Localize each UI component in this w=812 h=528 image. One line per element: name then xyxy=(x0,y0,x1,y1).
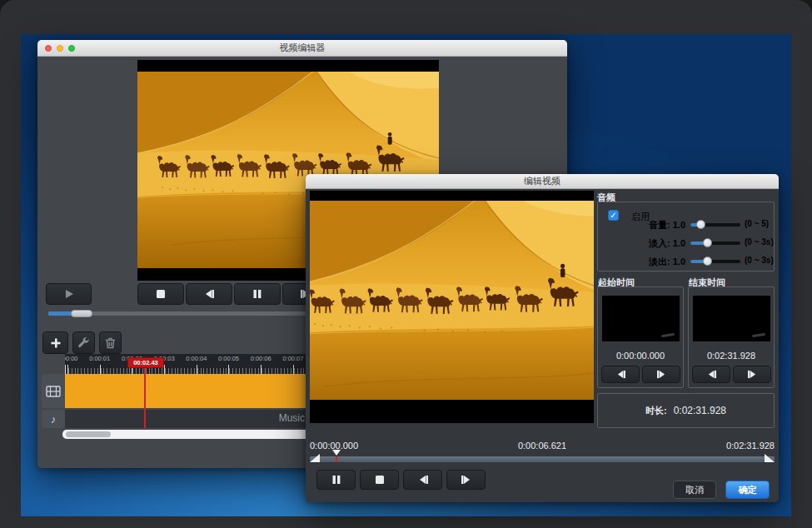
playhead-line[interactable] xyxy=(144,368,146,428)
pause-button[interactable] xyxy=(234,283,281,305)
editor-window-title: 视频编辑器 xyxy=(280,42,326,54)
trim-end-time: 0:02:31.928 xyxy=(726,441,775,451)
dialog-titlebar[interactable]: 编辑视频 xyxy=(306,174,779,189)
step-forward-icon xyxy=(461,475,472,485)
ruler-label: 0:00:06 xyxy=(245,355,276,362)
desktop-background: 视频编辑器 xyxy=(21,34,791,516)
volume-slider[interactable] xyxy=(690,223,740,227)
start-time-value: 0:00:00.000 xyxy=(598,351,683,361)
delete-button[interactable] xyxy=(99,331,122,354)
dialog-video-frame xyxy=(310,201,594,400)
dialog-video-preview xyxy=(310,191,594,423)
start-time-group: 0:00:00.000 xyxy=(597,286,684,388)
trash-icon xyxy=(105,337,116,349)
end-step-forward-button[interactable] xyxy=(733,366,771,383)
pause-icon xyxy=(331,475,341,485)
dialog-pause-button[interactable] xyxy=(316,470,356,490)
edit-video-dialog: 编辑视频 音频 ✓ 启用 音量: 1.0 (0 ~ 5) xyxy=(306,174,779,502)
dialog-step-forward-button[interactable] xyxy=(446,470,486,490)
fade-in-slider[interactable] xyxy=(690,242,740,245)
traffic-lights xyxy=(45,45,75,52)
seek-thumb[interactable] xyxy=(71,310,92,317)
end-time-group: 0:02:31.928 xyxy=(688,286,775,388)
trim-bar[interactable] xyxy=(310,456,775,462)
screenshot-root: 视频编辑器 xyxy=(0,0,812,528)
play-button[interactable] xyxy=(46,283,92,305)
minimize-button[interactable] xyxy=(57,45,63,52)
trim-current-time: 0:00:06.621 xyxy=(306,441,779,451)
music-track-label: Music xyxy=(65,412,305,424)
ruler-label: 0:00:00 xyxy=(65,355,83,362)
step-back-button[interactable] xyxy=(186,283,232,305)
wrench-icon xyxy=(77,336,90,349)
thumbnail-mark xyxy=(661,333,675,337)
step-back-icon xyxy=(615,370,626,379)
start-step-back-button[interactable] xyxy=(601,366,640,383)
start-step-forward-button[interactable] xyxy=(642,366,680,383)
play-icon xyxy=(63,289,75,299)
fade-out-range: (0 ~ 3s) xyxy=(745,256,775,265)
duration-label: 时长: xyxy=(645,405,667,417)
volume-row: 音量: 1.0 (0 ~ 5) xyxy=(598,219,774,231)
trim-handle-right[interactable] xyxy=(765,454,775,462)
dialog-title: 编辑视频 xyxy=(524,175,560,187)
volume-slider-thumb[interactable] xyxy=(696,220,705,229)
fade-out-slider[interactable] xyxy=(690,260,740,263)
end-time-value: 0:02:31.928 xyxy=(689,351,774,361)
start-frame-thumbnail xyxy=(602,296,680,341)
stop-icon xyxy=(156,289,166,299)
step-forward-icon xyxy=(747,370,758,379)
volume-label: 音量: 1.0 xyxy=(615,219,685,232)
ruler-label: 0:00:07 xyxy=(277,355,309,362)
fade-in-range: (0 ~ 3s) xyxy=(745,237,775,247)
end-frame-thumbnail xyxy=(693,296,770,341)
seek-progress xyxy=(48,311,72,316)
fade-out-label: 淡出: 1.0 xyxy=(615,256,685,268)
add-media-button[interactable] xyxy=(42,331,68,354)
step-back-icon xyxy=(417,475,429,485)
scrollbar-thumb[interactable] xyxy=(66,431,111,437)
stop-icon xyxy=(375,475,385,485)
pause-icon xyxy=(252,289,262,299)
thumbnail-mark xyxy=(752,333,765,337)
fade-in-label: 淡入: 1.0 xyxy=(615,237,685,250)
audio-group: ✓ 启用 音量: 1.0 (0 ~ 5) 淡入: 1.0 xyxy=(597,202,775,271)
ruler-label: 0:00:01 xyxy=(84,355,116,362)
duration-value: 0:02:31.928 xyxy=(674,405,726,416)
cancel-button[interactable]: 取消 xyxy=(673,481,716,499)
zoom-button[interactable] xyxy=(68,45,75,52)
volume-range: (0 ~ 5) xyxy=(745,219,775,228)
step-back-icon xyxy=(203,289,215,299)
dialog-stop-button[interactable] xyxy=(360,470,399,490)
trim-playhead-tick xyxy=(336,456,337,462)
video-track-header xyxy=(42,374,65,408)
step-back-icon xyxy=(706,370,717,379)
duration-group: 时长: 0:02:31.928 xyxy=(597,393,775,428)
fade-out-row: 淡出: 1.0 (0 ~ 3s) xyxy=(598,256,774,267)
ruler-label: 0:00:04 xyxy=(181,355,212,362)
close-button[interactable] xyxy=(45,45,52,52)
end-step-back-button[interactable] xyxy=(692,366,730,383)
film-icon xyxy=(46,386,61,397)
trim-handle-left[interactable] xyxy=(310,454,320,462)
editor-titlebar[interactable]: 视频编辑器 xyxy=(37,40,567,57)
dialog-step-back-button[interactable] xyxy=(403,470,442,490)
add-icon xyxy=(50,337,62,349)
ruler-label: 0:00:05 xyxy=(213,355,245,362)
music-note-icon: ♪ xyxy=(51,414,57,425)
step-forward-icon xyxy=(656,370,667,379)
ok-button[interactable]: 确定 xyxy=(725,481,770,499)
edit-tool-button[interactable] xyxy=(72,331,95,354)
fade-out-slider-thumb[interactable] xyxy=(703,257,712,266)
playhead-badge[interactable]: 00:02.43 xyxy=(127,357,164,368)
desert-caravan-image xyxy=(310,201,594,400)
fade-in-row: 淡入: 1.0 (0 ~ 3s) xyxy=(598,237,774,249)
stop-button[interactable] xyxy=(137,283,184,305)
music-track-header: ♪ xyxy=(42,410,65,428)
fade-in-slider-thumb[interactable] xyxy=(703,238,712,247)
